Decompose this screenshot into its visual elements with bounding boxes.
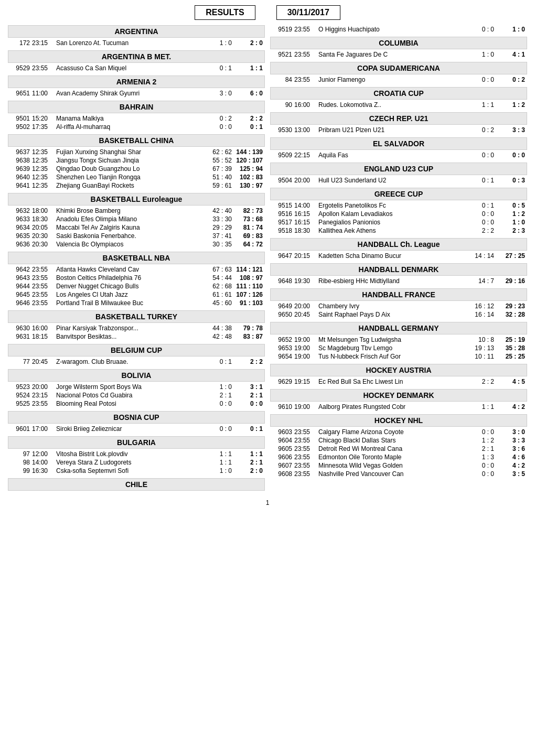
section: ENGLAND U23 CUP950420:00Hull U23 Sunderl… — [270, 163, 527, 185]
match-ht-score: 10 : 8 — [463, 336, 494, 343]
match-row: 963318:30Anadolu Efes Olimpia Milano33 :… — [8, 215, 265, 223]
match-ht-score: 0 : 0 — [463, 76, 494, 83]
match-teams: Nashville Pred Vancouver Can — [318, 470, 461, 478]
match-ht-score: 59 : 61 — [200, 182, 232, 189]
match-ft-score: 4 : 1 — [496, 51, 525, 58]
section: CZECH REP. U21953013:00Pribram U21 Plzen… — [270, 112, 527, 134]
match-teams: Santa Fe Jaguares De C — [318, 51, 461, 58]
match-ht-score: 2 : 2 — [463, 378, 494, 385]
match-ft-score: 69 : 83 — [234, 232, 263, 240]
match-teams: Avan Academy Shirak Gyumri — [56, 90, 198, 97]
match-time: 20:15 — [294, 252, 316, 260]
match-row: 962919:15Ec Red Bull Sa Ehc Liwest Lin2 … — [270, 377, 527, 386]
match-teams: Jiangsu Tongx Sichuan Jinqia — [56, 157, 198, 164]
match-row: 951818:30Kallithea Aek Athens2 : 22 : 3 — [270, 226, 527, 235]
match-row: 963620:30Valencia Bc Olympiacos30 : 3564… — [8, 240, 265, 249]
match-row: 950217:35Al-riffa Al-muharraq0 : 00 : 1 — [8, 123, 265, 131]
match-id: 9646 — [10, 299, 30, 307]
match-row: 964920:00Chambery Ivry16 : 1229 : 23 — [270, 302, 527, 310]
match-row: 960117:00Siroki Briieg Zelieznicar0 : 00… — [8, 425, 265, 433]
match-id: 9629 — [272, 378, 292, 385]
left-column: ARGENTINA17223:15San Lorenzo At. Tucuman… — [8, 25, 265, 494]
match-id: 9607 — [272, 462, 292, 469]
match-id: 9525 — [10, 400, 30, 407]
section-header: CHILE — [8, 478, 265, 491]
section: HANDBALL FRANCE964920:00Chambery Ivry16 … — [270, 288, 527, 319]
match-ft-score: 125 : 94 — [234, 165, 263, 172]
match-time: 14:00 — [32, 459, 54, 466]
match-ft-score: 1 : 2 — [496, 210, 525, 218]
match-ht-score: 0 : 0 — [463, 26, 494, 33]
match-ft-score: 0 : 2 — [496, 76, 525, 83]
match-ft-score: 32 : 28 — [496, 311, 525, 318]
match-row: 963118:15Banvitspor Besiktas...42 : 4883… — [8, 332, 265, 341]
match-time: 23:55 — [32, 299, 54, 307]
match-teams: Junior Flamengo — [318, 76, 461, 83]
section-header: ENGLAND U23 CUP — [270, 163, 527, 175]
section-header: HOCKEY DENMARK — [270, 389, 527, 402]
section-header: HOCKEY NHL — [270, 414, 527, 427]
match-id: 9515 — [272, 202, 292, 209]
section: HANDBALL GERMANY965219:00Mt Melsungen Ts… — [270, 322, 527, 361]
match-row: 963812:35Jiangsu Tongx Sichuan Jinqia55 … — [8, 156, 265, 165]
match-ft-score: 25 : 25 — [496, 353, 525, 360]
match-row: 964323:55Boston Celtics Philadelphia 765… — [8, 274, 265, 282]
section-header: ARGENTINA B MET. — [8, 50, 265, 63]
match-teams: Nacional Potos Cd Guabira — [56, 392, 198, 399]
section: GREECE CUP951514:00Ergotelis Panetolikos… — [270, 188, 527, 235]
match-ht-score: 0 : 1 — [200, 358, 232, 365]
match-id: 9638 — [10, 157, 30, 164]
match-ht-score: 0 : 1 — [200, 64, 232, 72]
section-header: HOCKEY AUSTRIA — [270, 364, 527, 376]
section-header: GREECE CUP — [270, 188, 527, 200]
match-id: 9652 — [272, 336, 292, 343]
match-ht-score: 54 : 44 — [200, 274, 232, 282]
match-ht-score: 14 : 7 — [463, 277, 494, 285]
match-time: 12:35 — [32, 174, 54, 181]
match-ft-score: 83 : 87 — [234, 333, 263, 340]
match-row: 950922:15Aquila Fas0 : 00 : 0 — [270, 151, 527, 159]
match-row: 964112:35Zhejiang GuanBayi Rockets59 : 6… — [8, 181, 265, 190]
section: BASKETBALL TURKEY963016:00Pinar Karsiyak… — [8, 310, 265, 341]
section-header: HANDBALL Ch. League — [270, 238, 527, 251]
section: HANDBALL DENMARK964819:30Ribe-esbierg HH… — [270, 263, 527, 285]
match-ft-score: 0 : 1 — [234, 123, 263, 131]
match-row: 963912:35Qingdao Doub Guangzhou Lo67 : 3… — [8, 165, 265, 173]
match-time: 23:55 — [294, 470, 316, 478]
match-ht-score: 2 : 1 — [200, 392, 232, 399]
match-ht-score: 51 : 40 — [200, 174, 232, 181]
match-id: 9633 — [10, 215, 30, 223]
match-row: 964423:55Denver Nugget Chicago Bulls62 :… — [8, 282, 265, 290]
match-teams: Atlanta Hawks Cleveland Cav — [56, 266, 198, 273]
section: CHILE — [8, 478, 265, 491]
section-header: BELGIUM CUP — [8, 344, 265, 357]
match-time: 20:30 — [32, 241, 54, 248]
match-row: 964523:55Los Angeles Cl Utah Jazz61 : 61… — [8, 290, 265, 299]
match-id: 9521 — [272, 51, 292, 58]
match-teams: Maccabi Tel Av Zalgiris Kauna — [56, 224, 198, 231]
match-teams: Aalborg Pirates Rungsted Cobr — [318, 403, 461, 411]
match-ft-score: 2 : 1 — [234, 459, 263, 466]
match-teams: Acassuso Ca San Miquel — [56, 64, 198, 72]
match-ht-score: 2 : 2 — [463, 227, 494, 234]
match-teams: Portland Trail B Milwaukee Buc — [56, 299, 198, 307]
match-ft-score: 3 : 3 — [496, 126, 525, 134]
match-id: 9517 — [272, 219, 292, 226]
match-row: 951616:15Apollon Kalam Levadiakos0 : 01 … — [270, 210, 527, 218]
match-time: 19:00 — [294, 403, 316, 411]
match-teams: Valencia Bc Olympiacos — [56, 241, 198, 248]
match-row: 17223:15San Lorenzo At. Tucuman1 : 02 : … — [8, 39, 265, 47]
match-ht-score: 0 : 2 — [463, 126, 494, 134]
match-time: 20:00 — [32, 383, 54, 391]
match-id: 98 — [10, 459, 30, 466]
match-ht-score: 37 : 41 — [200, 232, 232, 240]
match-ft-score: 6 : 0 — [234, 90, 263, 97]
match-ht-score: 1 : 1 — [200, 450, 232, 458]
section: BULGARIA9712:00Vitosha Bistrit Lok.plovd… — [8, 436, 265, 475]
match-ht-score: 1 : 3 — [463, 453, 494, 461]
match-teams: Boston Celtics Philadelphia 76 — [56, 274, 198, 282]
match-ft-score: 82 : 73 — [234, 207, 263, 214]
match-time: 19:00 — [294, 344, 316, 352]
section: EL SALVADOR950922:15Aquila Fas0 : 00 : 0 — [270, 137, 527, 159]
match-time: 14:00 — [294, 202, 316, 209]
